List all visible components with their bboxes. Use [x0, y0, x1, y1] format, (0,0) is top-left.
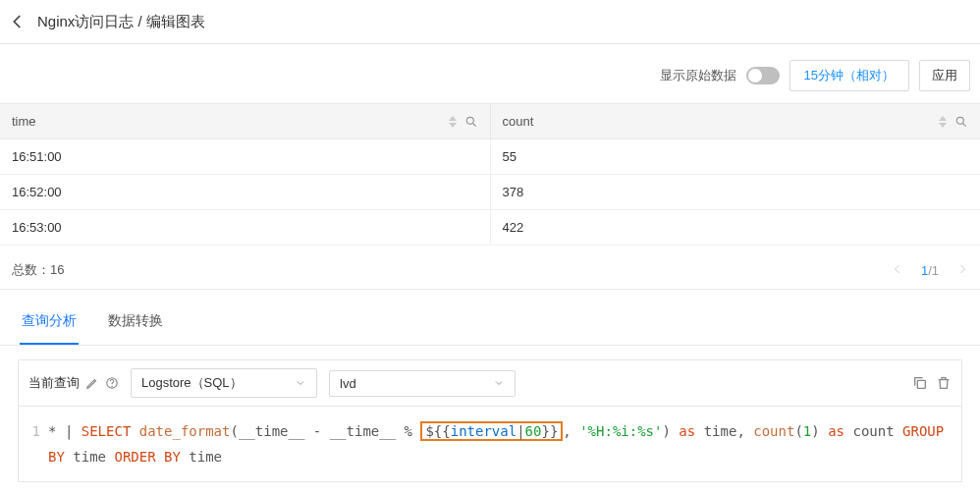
raw-data-toggle[interactable]: [746, 67, 780, 84]
total-count: 总数：16: [12, 261, 64, 279]
variable-highlight: ${{interval|60}}: [420, 421, 563, 441]
column-header-time[interactable]: time: [0, 104, 491, 138]
cell-time: 16:51:00: [0, 139, 491, 174]
delete-icon[interactable]: [936, 375, 952, 391]
search-icon[interactable]: [464, 115, 478, 129]
help-icon[interactable]: [105, 376, 119, 390]
tab-data-transform[interactable]: 数据转换: [106, 300, 165, 345]
cell-count: 422: [491, 210, 981, 245]
svg-point-0: [466, 117, 473, 124]
svg-rect-4: [917, 380, 925, 388]
search-icon[interactable]: [954, 115, 968, 129]
sql-code: * | SELECT date_format(__time__ - __time…: [48, 418, 952, 469]
sql-editor[interactable]: 1 * | SELECT date_format(__time__ - __ti…: [28, 418, 952, 469]
cell-time: 16:53:00: [0, 210, 491, 245]
raw-data-label: 显示原始数据: [660, 67, 736, 84]
svg-point-3: [112, 386, 113, 387]
column-header-count[interactable]: count: [491, 104, 981, 138]
column-label: time: [12, 114, 36, 129]
apply-button[interactable]: 应用: [919, 60, 970, 91]
current-query-label: 当前查询: [28, 374, 119, 392]
pager-prev[interactable]: [892, 263, 903, 278]
table-row: 16:51:00 55: [0, 139, 980, 175]
copy-icon[interactable]: [912, 375, 928, 391]
logstore-select[interactable]: lvd: [329, 370, 516, 397]
line-number: 1: [28, 418, 48, 469]
cell-count: 55: [491, 139, 981, 174]
pager-pages: 1/1: [921, 263, 939, 278]
edit-icon[interactable]: [85, 376, 99, 390]
timerange-button[interactable]: 15分钟（相对）: [789, 60, 909, 91]
cell-time: 16:52:00: [0, 175, 491, 209]
svg-point-1: [956, 117, 963, 124]
table-row: 16:53:00 422: [0, 210, 980, 246]
tab-query-analysis[interactable]: 查询分析: [20, 300, 79, 345]
source-select[interactable]: Logstore（SQL）: [131, 368, 317, 398]
sort-icon[interactable]: [449, 116, 459, 128]
table-row: 16:52:00 378: [0, 175, 980, 210]
sort-icon[interactable]: [939, 116, 949, 128]
column-label: count: [503, 114, 534, 129]
cell-count: 378: [491, 175, 981, 209]
chevron-down-icon: [295, 377, 306, 389]
breadcrumb: Nginx访问日志 / 编辑图表: [37, 13, 205, 31]
back-button[interactable]: [8, 12, 27, 31]
chevron-down-icon: [493, 377, 505, 389]
pager-next[interactable]: [956, 263, 968, 278]
